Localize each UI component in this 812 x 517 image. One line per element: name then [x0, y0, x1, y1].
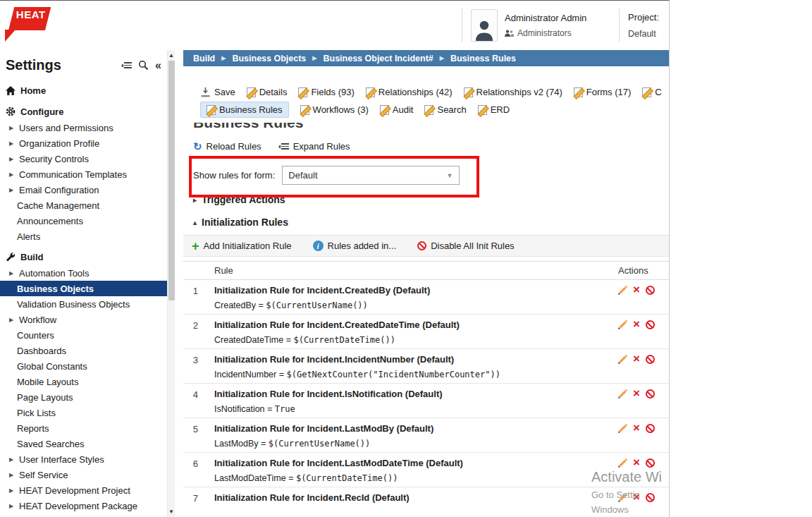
sidebar-item-build[interactable]: Build [0, 248, 167, 265]
delete-icon[interactable]: × [633, 493, 640, 501]
edit-icon[interactable] [618, 320, 627, 329]
sidebar-item-communication-templates[interactable]: ▶Communication Templates [0, 166, 167, 182]
toolbar-details-tab[interactable]: Details [247, 87, 288, 97]
delete-icon[interactable]: × [633, 320, 640, 329]
add-initialization-rule-button[interactable]: + Add Initialization Rule [192, 241, 292, 251]
disable-icon[interactable] [646, 355, 655, 364]
disable-icon[interactable] [646, 493, 655, 502]
sidebar-item-workflow[interactable]: ▶Workflow [0, 312, 167, 327]
sidebar-item-organization-profile[interactable]: ▶Organization Profile [0, 135, 167, 151]
row-number: 3 [183, 354, 204, 379]
sidebar-item-global-constants[interactable]: Global Constants [0, 358, 167, 374]
sidebar-item-business-objects[interactable]: Business Objects [0, 281, 167, 296]
sidebar-item-announcements[interactable]: Announcements [0, 213, 167, 229]
sidebar-item-page-layouts[interactable]: Page Layouts [0, 389, 167, 405]
sidebar-item-user-interface-styles[interactable]: ▶User Interface Styles [0, 451, 167, 467]
user-avatar[interactable] [471, 9, 498, 42]
sidebar-item-saved-searches[interactable]: Saved Searches [0, 436, 167, 451]
reload-rules-button[interactable]: ↻ Reload Rules [193, 141, 262, 152]
sidebar-item-configure[interactable]: Configure [0, 103, 167, 120]
disable-icon[interactable] [646, 320, 655, 329]
header-user-area: Administrator Admin Administrators Proje… [453, 5, 669, 46]
row-number: 2 [183, 320, 204, 345]
edit-icon[interactable] [618, 493, 627, 502]
collapse-panel-icon[interactable]: « [155, 61, 161, 70]
sidebar-item-home[interactable]: Home [0, 82, 167, 99]
section-initialization-rules[interactable]: ▴ Initialization Rules [193, 217, 669, 228]
sidebar-item-reports[interactable]: Reports [0, 420, 167, 436]
delete-icon[interactable]: × [633, 424, 640, 432]
triangle-collapsed-icon: ▸ [193, 196, 197, 204]
chevron-right-icon: ▶ [9, 472, 15, 478]
collapse-tree-icon[interactable] [124, 62, 132, 68]
breadcrumb-business-rules[interactable]: Business Rules [450, 54, 516, 63]
toolbar-relationships-v2-tab[interactable]: Relationships v2 (74) [464, 87, 562, 97]
delete-icon[interactable]: × [633, 389, 640, 398]
sidebar-item-heat-development-package[interactable]: ▶HEAT Development Package [0, 498, 167, 513]
rules-added-info[interactable]: i Rules added in... [313, 241, 397, 251]
section-triggered-actions[interactable]: ▸ Triggered Actions [193, 194, 669, 205]
breadcrumb-build[interactable]: Build [193, 54, 215, 63]
edit-icon[interactable] [618, 355, 627, 364]
expand-rules-button[interactable]: Expand Rules [281, 141, 350, 152]
breadcrumb-business-objects[interactable]: Business Objects [232, 54, 306, 63]
toolbar-row-1: Save Details Fields (93) Relationships (… [200, 83, 665, 101]
sidebar-item-cache-management[interactable]: Cache Management [0, 197, 167, 213]
project-value[interactable]: Default [628, 29, 665, 39]
delete-icon[interactable]: × [633, 286, 640, 294]
group-icon [505, 30, 514, 37]
chevron-right-icon: ▶ [9, 456, 15, 463]
sidebar-item-automation-tools[interactable]: ▶Automation Tools [0, 265, 167, 281]
table-row: 6 Initialization Rule for Incident.LastM… [183, 453, 669, 487]
sidebar-item-email-configuration[interactable]: ▶Email Configuration [0, 182, 167, 197]
toolbar-business-rules-tab[interactable]: Business Rules [200, 102, 289, 118]
sidebar-item-validation-business-objects[interactable]: Validation Business Objects [0, 296, 167, 312]
sidebar-item-alerts[interactable]: Alerts [0, 229, 167, 244]
user-role-row: Administrators [505, 28, 610, 38]
disable-icon[interactable] [646, 389, 655, 399]
toolbar-audit-tab[interactable]: Audit [380, 104, 414, 115]
scroll-down-icon[interactable]: ▼ [168, 506, 175, 517]
sidebar-scrollbar[interactable]: ▲ ▼ [167, 50, 175, 517]
sidebar-item-security-controls[interactable]: ▶Security Controls [0, 151, 167, 166]
toolbar-save-button[interactable]: Save [200, 87, 235, 97]
toolbar-relationships-tab[interactable]: Relationships (42) [366, 87, 453, 97]
scroll-up-icon[interactable]: ▲ [168, 50, 175, 61]
toolbar-truncated-tab[interactable]: C [642, 87, 661, 97]
scrollbar-thumb[interactable] [168, 61, 175, 300]
info-icon: i [313, 241, 324, 251]
edit-icon[interactable] [618, 458, 627, 468]
sidebar-item-self-service[interactable]: ▶Self Service [0, 467, 167, 482]
search-icon[interactable] [138, 60, 149, 71]
disable-icon[interactable] [646, 286, 655, 295]
save-icon [200, 87, 211, 97]
breadcrumb-business-object-incident[interactable]: Business Object Incident# [323, 54, 433, 63]
chevron-down-icon: ▼ [446, 172, 459, 179]
user-name: Administrator Admin [505, 13, 610, 23]
sidebar-item-users-and-permissions[interactable]: ▶Users and Permissions [0, 120, 167, 135]
toolbar-forms-tab[interactable]: Forms (17) [574, 87, 632, 97]
toolbar-erd-tab[interactable]: ERD [478, 104, 510, 115]
sidebar-item-heat-development-project[interactable]: ▶HEAT Development Project [0, 482, 167, 498]
row-number: 7 [183, 492, 204, 517]
rule-title: Initialization Rule for Incident.RecId (… [214, 492, 618, 503]
disable-all-init-rules-button[interactable]: Disable All Init Rules [417, 241, 515, 251]
form-selector-value: Default [288, 170, 317, 181]
edit-icon[interactable] [618, 286, 627, 295]
toolbar-workflows-tab[interactable]: Workflows (3) [300, 104, 369, 115]
delete-icon[interactable]: × [633, 458, 640, 467]
heat-logo-tail [5, 30, 16, 42]
sidebar-item-mobile-layouts[interactable]: Mobile Layouts [0, 374, 167, 389]
disable-icon[interactable] [646, 458, 655, 468]
breadcrumb-separator-icon: ▶ [312, 55, 316, 61]
sidebar-item-pick-lists[interactable]: Pick Lists [0, 405, 167, 420]
sidebar-item-dashboards[interactable]: Dashboards [0, 343, 167, 358]
edit-icon[interactable] [618, 424, 627, 433]
edit-icon[interactable] [618, 389, 627, 399]
delete-icon[interactable]: × [633, 355, 640, 363]
toolbar-search-tab[interactable]: Search [424, 104, 466, 115]
toolbar-fields-tab[interactable]: Fields (93) [298, 87, 354, 97]
form-selector-dropdown[interactable]: Default ▼ [282, 166, 460, 185]
sidebar-item-counters[interactable]: Counters [0, 327, 167, 343]
disable-icon[interactable] [646, 424, 655, 433]
